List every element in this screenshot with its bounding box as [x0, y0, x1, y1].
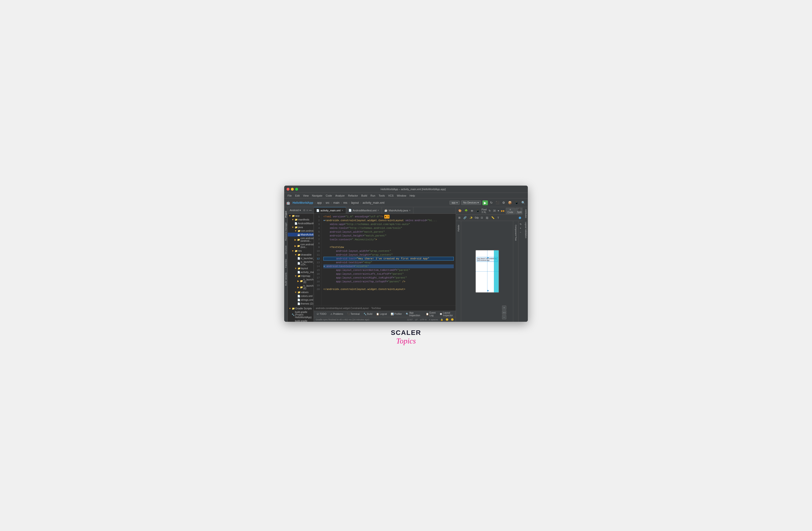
tree-item[interactable]: ▼ 📁 app — [288, 214, 314, 218]
terminal-button[interactable]: ⬛ Terminal — [346, 312, 361, 316]
tree-item[interactable]: 📄 ic_launcher_background.xml — [288, 257, 314, 260]
tree-item[interactable]: ▼ 📁 mipmap — [288, 274, 314, 278]
device-manager-icon[interactable]: 📱 — [514, 200, 519, 205]
guidelines-icon[interactable]: 📏 — [490, 216, 495, 220]
tree-item[interactable]: ▼ 📁 manifests — [288, 218, 314, 221]
tree-item-themes[interactable]: 📄 themes (2) — [288, 302, 314, 305]
tab-close-icon2[interactable]: ✕ — [377, 209, 379, 212]
tab-main-activity[interactable]: ☕ MainActivity.java ✕ — [382, 207, 414, 214]
text-icon[interactable]: T — [496, 216, 500, 220]
code-content[interactable]: <?xml version="1.0" encoding="utf-8" ?> … — [321, 214, 456, 305]
tab-android-manifest[interactable]: 📄 AndroidManifest.xml ✕ — [346, 207, 382, 214]
zoom-fit-btn[interactable]: 1:1 — [502, 310, 506, 315]
tree-item-main-activity[interactable]: ☕ MainActivity — [288, 233, 314, 236]
stop-icon[interactable]: ⬛ — [495, 200, 500, 205]
tree-item[interactable]: 🔧 build.gradle (Module: HelloWorldApp.a.… — [288, 319, 314, 322]
tree-item[interactable]: 📄 colors.xml — [288, 294, 314, 298]
menu-window[interactable]: Window — [395, 194, 408, 198]
tree-item[interactable]: ▼ 📁 com.android.helloworldapp — [288, 229, 314, 233]
tree-item[interactable]: 📄 AndroidManifest.xml — [288, 221, 314, 225]
project-tab[interactable]: Project — [284, 209, 288, 219]
tree-item[interactable]: ▼ 📁 drawable — [288, 253, 314, 257]
android-dropdown[interactable]: Android ▾ — [290, 209, 301, 212]
minus-icon[interactable]: − — [520, 231, 521, 234]
menu-tools[interactable]: Tools — [377, 194, 386, 198]
app-inspection-button[interactable]: 🔍 App Inspection — [405, 311, 421, 317]
tree-item[interactable]: ▼ 📁 values — [288, 290, 314, 294]
tree-item[interactable]: ▶ 📁 com.android.helloworldapp (test... — [288, 243, 314, 249]
code-mode-btn[interactable]: ≡ Code — [506, 208, 515, 214]
problems-button[interactable]: ⚠ Problems — [329, 312, 344, 316]
tree-item[interactable]: 📄 strings.xml — [288, 298, 314, 302]
orientation-icon[interactable]: ↻ — [488, 209, 492, 213]
menu-code[interactable]: Code — [324, 194, 333, 198]
app-dropdown[interactable]: app ▾ — [449, 201, 460, 205]
device-icon[interactable]: 📱 — [475, 209, 480, 213]
settings-icon[interactable]: ⚙ — [502, 200, 506, 205]
zoom-out-btn[interactable]: − — [502, 315, 506, 319]
menu-navigate[interactable]: Navigate — [310, 194, 323, 198]
tree-item[interactable]: 📄 ic_launcher_foreground.xml (v24... — [288, 260, 314, 266]
tree-item-layout[interactable]: ▼ 📁 layout — [288, 266, 314, 270]
align-icon[interactable]: ⊡ — [480, 216, 484, 220]
palette-icon[interactable]: 🎨 — [457, 209, 463, 213]
chain-icon[interactable]: ⛓ — [485, 216, 489, 220]
tree-item[interactable]: ▶ 📁 ic_launcher (6) — [288, 278, 314, 284]
zoom-in-btn[interactable]: + — [502, 305, 506, 310]
menu-edit[interactable]: Edit — [294, 194, 301, 198]
menu-build[interactable]: Build — [360, 194, 368, 198]
tree-item[interactable]: ▶ 📁 com.android.helloworldapp (android..… — [288, 236, 314, 243]
resource-manager-tab[interactable]: Resource Manager — [284, 220, 288, 243]
build-variants-tab[interactable]: Build Variants — [284, 271, 288, 288]
more-icon[interactable]: ••• — [309, 209, 311, 212]
structure-tab[interactable]: Structure — [284, 244, 288, 256]
event-log-button[interactable]: 📋 Event Log — [425, 311, 437, 317]
search-icon[interactable]: 🔍 — [521, 200, 526, 205]
logcat-button[interactable]: 📋 Logcat — [375, 312, 388, 316]
plus-icon[interactable]: + — [520, 227, 521, 230]
build-button[interactable]: 🔧 Build — [363, 312, 373, 316]
layout-validation-tab[interactable]: Layout Validation — [523, 220, 528, 240]
constraint-icon[interactable]: 🔗 — [462, 216, 468, 220]
menu-run[interactable]: Run — [369, 194, 377, 198]
tab-close-icon3[interactable]: ✕ — [409, 209, 411, 212]
sdk-icon[interactable]: 📦 — [507, 200, 512, 205]
layout-inspector-button[interactable]: 🔲 Layout Inspector — [438, 311, 454, 317]
favorites-tab[interactable]: Favorites — [284, 257, 288, 270]
menu-vcs[interactable]: VCS — [387, 194, 395, 198]
minimize-button[interactable] — [291, 188, 294, 191]
attributes-tab[interactable]: Attributes — [523, 207, 528, 220]
tab-activity-main[interactable]: 📄 activity_main.xml ✕ — [314, 207, 346, 214]
component-tree-tab[interactable]: Component Tree — [514, 223, 518, 243]
tree-item-activity-main[interactable]: 📄 activity_main.xml — [288, 270, 314, 274]
palette-tab[interactable]: Palette — [457, 223, 460, 233]
no-devices-button[interactable]: No Devices ▾ — [461, 200, 481, 205]
design-canvas[interactable]: Hey there! I've created my first Android… — [461, 221, 513, 322]
close-button[interactable] — [287, 188, 289, 191]
menu-help[interactable]: Help — [408, 194, 417, 198]
snap-icon[interactable]: ⊞ — [457, 216, 461, 220]
collapse-icon[interactable]: ≡ — [306, 209, 308, 212]
menu-analyze[interactable]: Analyze — [334, 194, 346, 198]
tree-item[interactable]: 🔧 build.gradle (Project: HelloWorldApp) — [288, 310, 314, 319]
rotate-icon[interactable]: ↻ — [520, 223, 522, 226]
split-mode-btn[interactable]: ⬛ Split — [516, 208, 523, 214]
menu-view[interactable]: View — [302, 194, 310, 198]
refresh-icon[interactable]: ↻ — [489, 200, 493, 205]
zoom-dropdown[interactable]: ▾ — [497, 209, 500, 213]
tree-item[interactable]: ▼ 📁 res — [288, 249, 314, 253]
run-button[interactable]: ▶ — [482, 200, 488, 205]
tree-item[interactable]: ▶ 📁 ic_launcher_round (6) — [288, 284, 314, 290]
tree-item[interactable]: ▼ 📁 java — [288, 225, 314, 229]
profiler-button[interactable]: 📊 Profiler — [390, 312, 403, 316]
menu-file[interactable]: File — [286, 194, 293, 198]
maximize-button[interactable] — [295, 188, 298, 191]
menu-refactor[interactable]: Refactor — [347, 194, 360, 198]
tab-close-icon[interactable]: ✕ — [342, 209, 344, 212]
eye-icon[interactable]: 👁 — [470, 209, 474, 213]
sync-icon[interactable]: ⚙ — [303, 209, 305, 212]
component-tree-btn[interactable]: 🌳 — [464, 209, 469, 213]
tree-item-gradle-scripts[interactable]: ▼ 📁 Gradle Scripts — [288, 306, 314, 310]
guess-constraints-icon[interactable]: ✨ — [468, 216, 474, 220]
todo-button[interactable]: ☑ TODO — [316, 312, 328, 316]
